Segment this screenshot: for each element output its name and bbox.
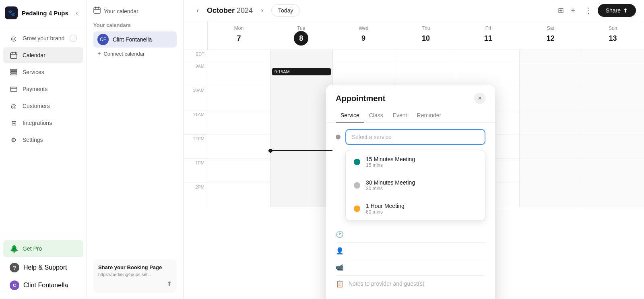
share-booking-btn[interactable]: ⬆: [98, 280, 172, 288]
tab-event[interactable]: Event: [388, 109, 412, 123]
sidebar-item-label: Calendar: [23, 52, 45, 58]
sidebar-item-settings[interactable]: ⚙ Settings: [3, 132, 83, 148]
connect-cal-label: Connect calendar: [103, 51, 144, 57]
svg-rect-0: [10, 53, 17, 58]
grow-brand-icon: ◎: [10, 34, 18, 42]
sidebar-item-services[interactable]: Services: [3, 64, 83, 80]
modal-body: 15 Minutes Meeting 15 mins 30 Minutes Me…: [326, 123, 495, 298]
day-header-5: Sat 12: [519, 21, 582, 50]
time-slot-1pm: 1PM: [184, 159, 208, 183]
grid-view-icon[interactable]: ⊞: [558, 6, 564, 15]
share-button[interactable]: Share ⬆: [598, 4, 636, 17]
customers-icon: ◎: [10, 102, 18, 110]
svg-rect-9: [94, 8, 100, 13]
time-field-row: 🕐: [336, 226, 485, 242]
user-avatar: C: [10, 280, 19, 290]
notes-field-row[interactable]: 📋 Notes to provider and guest(s): [336, 275, 485, 292]
sidebar-footer: 🌲 Get Pro ? Help & Support C Clint Fonta…: [0, 235, 87, 299]
time-slot-10am: 10AM: [184, 86, 208, 110]
calendars-section: Your calendars CF Clint Fontanella + Con…: [93, 22, 177, 60]
add-event-button[interactable]: +: [567, 4, 579, 17]
calendar-header: Your calendar: [93, 6, 177, 16]
sidebar-item-label: Grow your brand: [23, 35, 64, 42]
collapse-button[interactable]: ‹: [72, 8, 82, 18]
get-pro-button[interactable]: 🌲 Get Pro: [3, 240, 83, 257]
services-icon: [10, 68, 18, 76]
tab-reminder[interactable]: Reminder: [412, 109, 446, 123]
sidebar-item-label: Integrations: [23, 120, 52, 126]
service-input-wrap: [345, 129, 485, 145]
service-option-info-1: 30 Minutes Meeting 30 mins: [366, 179, 415, 191]
sidebar: 🐾 Pedaling 4 Pups ‹ ◎ Grow your brand Ca…: [0, 0, 87, 299]
share-label: Share: [606, 7, 621, 14]
calendar-user-item[interactable]: CF Clint Fontanella: [93, 31, 177, 48]
service-option-info-0: 15 Minutes Meeting 15 mins: [366, 156, 415, 168]
next-month-button[interactable]: ›: [256, 4, 268, 17]
calendar-actions: ⊞ + ⋮ Share ⬆: [558, 4, 636, 17]
today-button[interactable]: Today: [271, 4, 300, 17]
svg-rect-5: [10, 72, 17, 73]
service-option-info-2: 1 Hour Meeting 60 mins: [366, 203, 405, 215]
time-col-header: [184, 21, 208, 50]
service-option-duration-0: 15 mins: [366, 162, 415, 168]
sidebar-header: 🐾 Pedaling 4 Pups ‹: [0, 0, 87, 26]
share-upload-icon[interactable]: ⬆: [167, 280, 172, 288]
integrations-icon: ⊞: [10, 119, 18, 127]
video-field-row: 📹: [336, 259, 485, 275]
calendar-toolbar: ‹ October 2024 › Today ⊞ + ⋮ Share ⬆: [184, 0, 644, 21]
calendar-header-label: Your calendar: [104, 8, 138, 15]
service-option-dot-1: [354, 182, 360, 189]
sidebar-item-grow-brand[interactable]: ◎ Grow your brand: [3, 30, 83, 46]
sidebar-item-customers[interactable]: ◎ Customers: [3, 98, 83, 114]
help-label: Help & Support: [23, 264, 67, 271]
get-pro-icon: 🌲: [10, 244, 19, 253]
sidebar-item-label: Settings: [23, 137, 43, 143]
modal-header: Appointment ×: [326, 85, 495, 104]
brand: 🐾 Pedaling 4 Pups: [5, 6, 68, 19]
service-option-2[interactable]: 1 Hour Meeting 60 mins: [346, 197, 485, 220]
service-option-1[interactable]: 30 Minutes Meeting 30 mins: [346, 174, 485, 197]
share-booking-url: https://pedaling4pups.set...: [98, 272, 172, 277]
appointment-badge[interactable]: 9:15AM: [272, 68, 331, 75]
sidebar-item-label: Payments: [23, 86, 47, 92]
svg-rect-4: [10, 69, 17, 71]
user-profile-item[interactable]: C Clint Fontanella: [3, 276, 83, 294]
service-option-name-2: 1 Hour Meeting: [366, 203, 405, 209]
sidebar-item-payments[interactable]: Payments: [3, 81, 83, 97]
modal-close-button[interactable]: ×: [474, 93, 485, 104]
service-dot-indicator: [336, 135, 341, 139]
service-option-dot-0: [354, 159, 360, 165]
share-booking-section: Share your Booking Page https://pedaling…: [93, 260, 177, 293]
prev-month-button[interactable]: ‹: [192, 4, 204, 17]
time-slot-2pm: 2PM: [184, 183, 208, 207]
sidebar-item-label: Services: [23, 69, 44, 75]
time-slot-12pm: 12PM: [184, 135, 208, 159]
service-option-duration-2: 60 mins: [366, 209, 405, 215]
current-time-dot: [268, 149, 272, 153]
day-col-sat[interactable]: [519, 50, 582, 207]
day-col-mon[interactable]: [208, 50, 270, 207]
guest-field-row: 👤: [336, 242, 485, 259]
person-icon: 👤: [336, 247, 344, 255]
day-col-tue[interactable]: 9:15AM: [270, 50, 332, 207]
sidebar-item-calendar[interactable]: Calendar: [3, 47, 83, 63]
user-name: Clint Fontanella: [23, 282, 68, 289]
brand-title: Pedaling 4 Pups: [22, 10, 68, 17]
day-col-sun[interactable]: [582, 50, 644, 207]
more-options-button[interactable]: ⋮: [582, 4, 594, 17]
calendar-days-header: Mon 7 Tue 8 Wed 9 Thu 10 Fri 11: [184, 21, 644, 50]
time-slot-edt: EDT: [184, 50, 208, 62]
service-input[interactable]: [345, 129, 485, 145]
tab-service[interactable]: Service: [336, 109, 364, 123]
notes-icon: 📋: [336, 280, 344, 288]
day-header-3: Thu 10: [395, 21, 457, 50]
connect-calendar-button[interactable]: + Connect calendar: [93, 48, 177, 60]
brand-logo: 🐾: [5, 6, 18, 19]
sidebar-item-integrations[interactable]: ⊞ Integrations: [3, 115, 83, 131]
svg-rect-7: [10, 87, 17, 91]
help-support-item[interactable]: ? Help & Support: [3, 259, 83, 276]
service-option-0[interactable]: 15 Minutes Meeting 15 mins: [346, 150, 485, 174]
tab-class[interactable]: Class: [364, 109, 388, 123]
day-header-4: Fri 11: [457, 21, 519, 50]
connect-plus-icon: +: [97, 50, 101, 57]
